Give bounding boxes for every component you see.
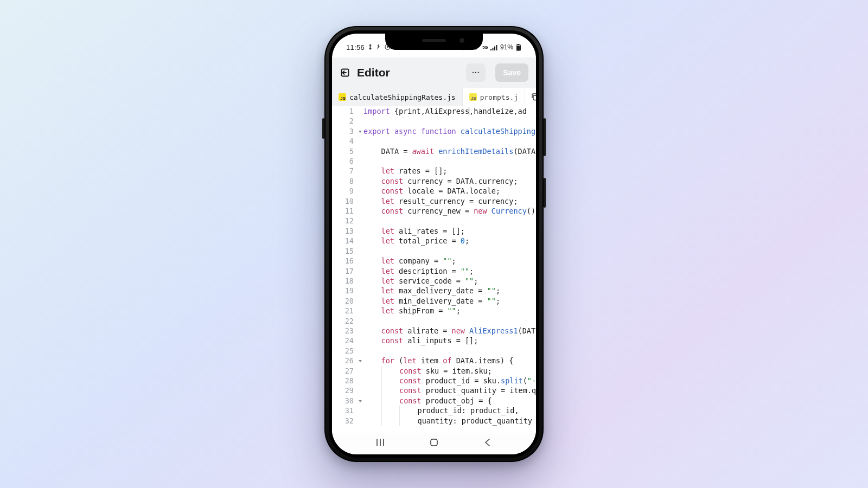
code-line[interactable]: 18 let service_code = ""; (332, 276, 536, 286)
line-number: 30 (332, 396, 358, 406)
code-editor[interactable]: 1import {print,AliExpress,handleize,ad23… (332, 106, 536, 433)
battery-icon (516, 44, 521, 51)
line-number: 17 (332, 266, 358, 276)
code-line[interactable]: 30 const product_obj = { (332, 396, 536, 406)
code-line[interactable]: 28 const product_id = sku.split("- (332, 376, 536, 386)
line-number: 31 (332, 406, 358, 415)
code-line[interactable]: 11 const currency_new = new Currency() (332, 206, 536, 216)
line-number: 13 (332, 226, 358, 236)
svg-rect-4 (492, 48, 493, 50)
code-line[interactable]: 20 let min_delivery_date = ""; (332, 296, 536, 306)
line-number: 19 (332, 286, 358, 296)
code-line[interactable]: 22 (332, 316, 536, 326)
svg-rect-9 (517, 46, 520, 50)
code-content: const product_obj = { (358, 396, 492, 406)
code-content: const product_id = sku.split("- (358, 376, 536, 386)
copy-button[interactable] (525, 88, 536, 106)
code-line[interactable]: 9 const locale = DATA.locale; (332, 186, 536, 196)
code-line[interactable]: 23 const alirate = new AliExpress1(DAT (332, 326, 536, 336)
android-nav-bar (332, 433, 536, 454)
code-line[interactable]: 14 let total_price = 0; (332, 236, 536, 246)
svg-rect-6 (496, 45, 497, 50)
code-content (358, 346, 363, 356)
save-button[interactable]: Save (495, 63, 528, 82)
nav-recents-icon[interactable] (375, 438, 385, 450)
tab-bar: JS calculateShippingRates.js JS prompts.… (332, 88, 536, 107)
signal-icon (490, 44, 497, 50)
code-line[interactable]: 19 let max_delivery_date = ""; (332, 286, 536, 296)
line-number: 1 (332, 106, 358, 116)
code-line[interactable]: 16 let company = ""; (332, 256, 536, 266)
more-icon: ··· (472, 68, 480, 77)
svg-rect-3 (490, 49, 492, 50)
status-icon-2 (376, 44, 381, 50)
code-content: export async function calculateShipping (358, 126, 535, 136)
line-number: 5 (332, 146, 358, 156)
code-content: const alirate = new AliExpress1(DAT (358, 326, 535, 336)
line-number: 14 (332, 236, 358, 246)
svg-rect-15 (431, 439, 437, 446)
code-line[interactable]: 10 let result_currency = currency; (332, 196, 536, 206)
code-content (358, 216, 363, 226)
line-number: 29 (332, 386, 358, 395)
line-number: 10 (332, 196, 358, 206)
line-number: 6 (332, 156, 358, 166)
line-number: 9 (332, 186, 358, 196)
line-number: 28 (332, 376, 358, 386)
tab-inactive[interactable]: JS prompts.j (463, 88, 525, 106)
code-content: for (let item of DATA.items) { (358, 356, 513, 365)
code-line[interactable]: 25 (332, 346, 536, 356)
page-background: 11:56 (0, 0, 868, 488)
code-line[interactable]: 21 let shipFrom = ""; (332, 306, 536, 316)
line-number: 23 (332, 326, 358, 336)
code-line[interactable]: 7 let rates = []; (332, 166, 536, 176)
code-line[interactable]: 12 (332, 216, 536, 226)
code-content: import {print,AliExpress,handleize,ad (358, 106, 527, 116)
code-line[interactable]: 4 (332, 136, 536, 146)
app-header: Editor ··· Save (332, 57, 536, 88)
network-icon: 5G (482, 45, 488, 50)
code-line[interactable]: 1import {print,AliExpress,handleize,ad (332, 106, 536, 116)
clock: 11:56 (346, 43, 365, 52)
line-number: 20 (332, 296, 358, 306)
code-content: let shipFrom = ""; (358, 306, 461, 316)
code-line[interactable]: 31 product_id: product_id, (332, 406, 536, 415)
code-content: let rates = []; (358, 166, 447, 176)
code-line[interactable]: 24 const ali_inputs = []; (332, 336, 536, 345)
code-content: const sku = item.sku; (358, 366, 492, 376)
phone-frame: 11:56 (324, 26, 544, 462)
code-line[interactable]: 2 (332, 116, 536, 126)
code-line[interactable]: 8 const currency = DATA.currency; (332, 176, 536, 186)
code-line[interactable]: 5 DATA = await enrichItemDetails(DATA (332, 146, 536, 156)
code-line[interactable]: 3export async function calculateShipping (332, 126, 536, 136)
code-content: let description = ""; (358, 266, 474, 276)
nav-back-icon[interactable] (483, 438, 493, 450)
code-content (358, 316, 363, 326)
code-content: let service_code = ""; (358, 276, 478, 286)
svg-rect-11 (533, 95, 536, 100)
code-line[interactable]: 13 let ali_rates = []; (332, 226, 536, 236)
line-number: 25 (332, 346, 358, 356)
back-icon[interactable] (340, 67, 350, 78)
phone-button-right-1 (544, 118, 546, 156)
code-line[interactable]: 32 quantity: product_quantity (332, 416, 536, 426)
line-number: 24 (332, 336, 358, 345)
status-icon-1 (368, 44, 373, 51)
code-line[interactable]: 26 for (let item of DATA.items) { (332, 356, 536, 365)
code-line[interactable]: 29 const product_quantity = item.q (332, 386, 536, 395)
code-content: let company = ""; (358, 256, 456, 266)
phone-button-left (322, 118, 324, 139)
code-line[interactable]: 27 const sku = item.sku; (332, 366, 536, 376)
nav-home-icon[interactable] (429, 438, 439, 450)
more-button[interactable]: ··· (466, 63, 486, 82)
line-number: 3 (332, 126, 358, 136)
code-line[interactable]: 6 (332, 156, 536, 166)
code-line[interactable]: 17 let description = ""; (332, 266, 536, 276)
tab-active[interactable]: JS calculateShippingRates.js (332, 88, 463, 106)
code-content: let max_delivery_date = ""; (358, 286, 500, 296)
line-number: 32 (332, 416, 358, 426)
tab-inactive-label: prompts.j (480, 93, 518, 101)
code-line[interactable]: 15 (332, 246, 536, 256)
svg-rect-5 (494, 46, 495, 50)
line-number: 26 (332, 356, 358, 365)
